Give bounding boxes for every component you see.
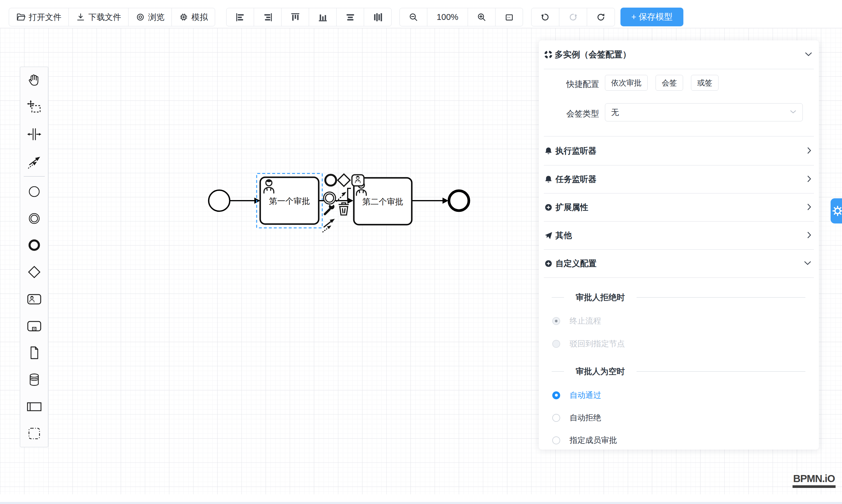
sign-type-select[interactable]: 无 [605,103,803,121]
download-file-button[interactable]: 下载文件 [69,8,128,26]
append-gateway-icon[interactable] [338,174,350,186]
gear-icon [832,205,842,217]
countersign-button[interactable]: 会签 [655,75,683,91]
align-center-horizontal-button[interactable] [336,8,364,26]
append-intermediate-event-icon[interactable] [324,192,336,204]
radio-icon[interactable] [552,391,560,399]
section-task-listener[interactable]: 任务监听器 [544,165,814,193]
radio-terminate-process: 终止流程 [552,315,601,327]
start-event-icon [26,183,42,200]
or-sign-button[interactable]: 或签 [691,75,719,91]
bell-icon [544,175,553,184]
palette-group[interactable] [20,420,48,447]
palette-gateway[interactable] [20,258,48,286]
align-right-button[interactable] [254,8,282,26]
sequence-flow-1[interactable] [230,198,260,204]
undo-button[interactable] [531,8,559,26]
zoom-level[interactable]: 100% [427,8,468,26]
wrench-icon[interactable] [325,205,334,214]
undo-icon [540,12,550,22]
palette-divider [24,176,45,177]
task-label: 第一个审批 [269,197,310,205]
align-bottom-button[interactable] [309,8,337,26]
redo-button[interactable] [559,8,587,26]
append-end-event-icon[interactable] [326,175,336,186]
data-store-icon [26,372,42,388]
fit-view-button[interactable] [495,8,523,26]
section-other[interactable]: 其他 [544,221,814,249]
properties-panel: 多实例（会签配置） 快捷配置 依次审批 会签 或签 会签类型 无 执行监听器 任… [539,40,819,450]
palette-sub-process[interactable] [20,312,48,339]
toolbar: 打开文件 下载文件 浏览 模拟 [0,0,842,28]
intermediate-event-icon [26,210,42,227]
palette-end-event[interactable] [20,232,48,259]
simulate-chip-icon [179,12,189,22]
reset-icon [596,12,606,22]
sign-type-label: 会签类型 [564,108,599,119]
start-event[interactable] [209,190,230,211]
user-task-icon [26,291,42,307]
section-custom-config[interactable]: 自定义配置 [544,249,814,277]
section-execution-listener[interactable]: 执行监听器 [544,137,814,165]
align-top-button[interactable] [281,8,309,26]
simulate-button[interactable]: 模拟 [172,8,215,26]
radio-auto-reject[interactable]: 自动拒绝 [552,412,601,424]
palette-start-event[interactable] [20,178,48,205]
preview-button[interactable]: 浏览 [128,8,172,26]
sequential-approval-button[interactable]: 依次审批 [605,75,648,91]
palette-participant-pool[interactable] [20,393,48,420]
zoom-in-button[interactable] [468,8,495,26]
hand-tool[interactable] [20,67,48,94]
palette [20,67,48,447]
chevron-right-icon [807,147,811,156]
palette-data-object[interactable] [20,339,48,366]
align-left-button[interactable] [226,8,254,26]
bpmn-io-watermark[interactable]: BPMN.iO [792,473,836,488]
palette-intermediate-event[interactable] [20,205,48,232]
chevron-right-icon [807,203,811,212]
plus-circle-icon [544,203,553,212]
task-first-approval[interactable]: 第一个审批 [260,177,319,224]
open-file-button[interactable]: 打开文件 [9,8,69,26]
data-object-icon [26,345,42,361]
sign-type-value: 无 [611,107,619,118]
global-connect-tool[interactable] [20,148,48,175]
quick-config-buttons: 依次审批 会签 或签 [605,75,719,91]
lasso-tool[interactable] [20,94,48,121]
zoom-out-button[interactable] [400,8,427,26]
multi-instance-icon [544,50,553,59]
radio-designated-member[interactable]: 指定成员审批 [552,434,617,446]
download-icon [76,12,86,22]
folder-open-icon [16,12,26,22]
preview-label: 浏览 [148,12,164,23]
panel-header[interactable]: 多实例（会签配置） [539,40,819,69]
align-center-horizontal-icon [345,12,355,22]
separator [544,136,814,137]
save-model-button[interactable]: + 保存模型 [620,7,683,26]
bell-icon [544,146,553,156]
trash-icon[interactable] [339,203,349,215]
simulate-label: 模拟 [191,12,208,23]
radio-icon[interactable] [552,414,560,422]
palette-user-task[interactable] [20,286,48,312]
append-user-task-icon[interactable] [352,175,364,186]
radio-icon[interactable] [552,436,560,444]
palette-data-store[interactable] [20,366,48,393]
send-icon [544,231,553,240]
radio-icon [552,317,560,325]
align-bottom-icon [318,12,328,22]
align-top-icon [290,12,301,22]
connect-tool-icon[interactable] [323,219,335,232]
reset-button[interactable] [587,8,615,26]
participant-pool-icon [26,398,42,415]
space-tool[interactable] [20,121,48,148]
radio-auto-pass[interactable]: 自动通过 [552,389,601,401]
sequence-flow-3[interactable] [413,198,449,204]
align-middle-vertical-button[interactable] [364,8,391,26]
empty-divider-title: 审批人为空时 [576,366,625,377]
settings-tab[interactable] [830,198,842,223]
reject-divider-title: 审批人拒绝时 [576,292,625,303]
section-extended-properties[interactable]: 扩展属性 [544,193,814,221]
end-event[interactable] [449,191,469,211]
separator [544,69,814,69]
